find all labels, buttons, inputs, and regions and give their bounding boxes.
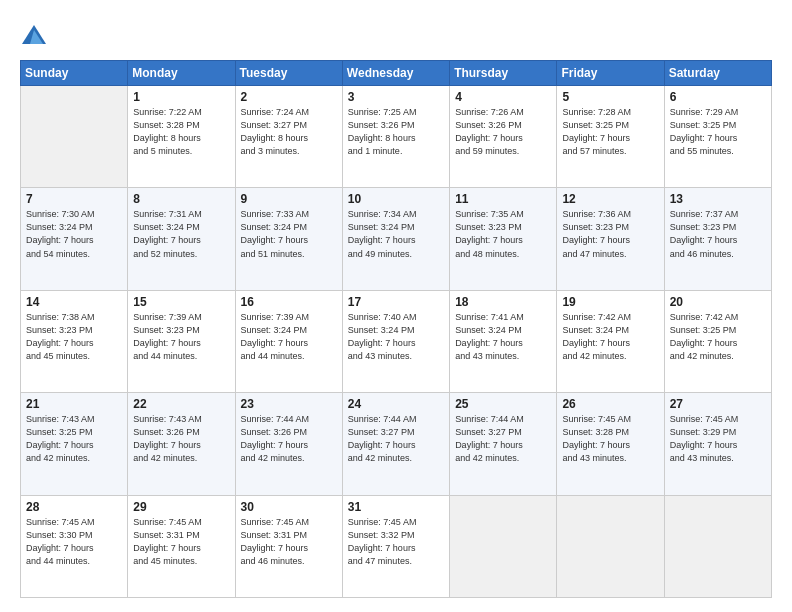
calendar-cell: [557, 495, 664, 597]
calendar-day-header: Wednesday: [342, 61, 449, 86]
day-info: Sunrise: 7:40 AM Sunset: 3:24 PM Dayligh…: [348, 311, 444, 363]
day-number: 11: [455, 192, 551, 206]
day-number: 14: [26, 295, 122, 309]
day-number: 16: [241, 295, 337, 309]
calendar-day-header: Thursday: [450, 61, 557, 86]
day-info: Sunrise: 7:41 AM Sunset: 3:24 PM Dayligh…: [455, 311, 551, 363]
day-number: 7: [26, 192, 122, 206]
day-number: 20: [670, 295, 766, 309]
calendar-cell: 20Sunrise: 7:42 AM Sunset: 3:25 PM Dayli…: [664, 290, 771, 392]
calendar-cell: 23Sunrise: 7:44 AM Sunset: 3:26 PM Dayli…: [235, 393, 342, 495]
day-info: Sunrise: 7:29 AM Sunset: 3:25 PM Dayligh…: [670, 106, 766, 158]
calendar-cell: 19Sunrise: 7:42 AM Sunset: 3:24 PM Dayli…: [557, 290, 664, 392]
calendar-day-header: Sunday: [21, 61, 128, 86]
calendar-cell: 16Sunrise: 7:39 AM Sunset: 3:24 PM Dayli…: [235, 290, 342, 392]
day-number: 26: [562, 397, 658, 411]
calendar-cell: [664, 495, 771, 597]
day-info: Sunrise: 7:45 AM Sunset: 3:30 PM Dayligh…: [26, 516, 122, 568]
calendar-cell: 26Sunrise: 7:45 AM Sunset: 3:28 PM Dayli…: [557, 393, 664, 495]
calendar-cell: 30Sunrise: 7:45 AM Sunset: 3:31 PM Dayli…: [235, 495, 342, 597]
calendar-cell: 9Sunrise: 7:33 AM Sunset: 3:24 PM Daylig…: [235, 188, 342, 290]
day-number: 12: [562, 192, 658, 206]
day-number: 28: [26, 500, 122, 514]
calendar-cell: 4Sunrise: 7:26 AM Sunset: 3:26 PM Daylig…: [450, 86, 557, 188]
day-info: Sunrise: 7:28 AM Sunset: 3:25 PM Dayligh…: [562, 106, 658, 158]
calendar-cell: 27Sunrise: 7:45 AM Sunset: 3:29 PM Dayli…: [664, 393, 771, 495]
day-info: Sunrise: 7:45 AM Sunset: 3:32 PM Dayligh…: [348, 516, 444, 568]
calendar-week-row: 7Sunrise: 7:30 AM Sunset: 3:24 PM Daylig…: [21, 188, 772, 290]
calendar-cell: 28Sunrise: 7:45 AM Sunset: 3:30 PM Dayli…: [21, 495, 128, 597]
calendar-cell: 1Sunrise: 7:22 AM Sunset: 3:28 PM Daylig…: [128, 86, 235, 188]
day-info: Sunrise: 7:42 AM Sunset: 3:24 PM Dayligh…: [562, 311, 658, 363]
calendar-cell: 24Sunrise: 7:44 AM Sunset: 3:27 PM Dayli…: [342, 393, 449, 495]
calendar-week-row: 1Sunrise: 7:22 AM Sunset: 3:28 PM Daylig…: [21, 86, 772, 188]
day-number: 15: [133, 295, 229, 309]
calendar-week-row: 21Sunrise: 7:43 AM Sunset: 3:25 PM Dayli…: [21, 393, 772, 495]
day-number: 17: [348, 295, 444, 309]
calendar-cell: 13Sunrise: 7:37 AM Sunset: 3:23 PM Dayli…: [664, 188, 771, 290]
day-number: 8: [133, 192, 229, 206]
day-info: Sunrise: 7:22 AM Sunset: 3:28 PM Dayligh…: [133, 106, 229, 158]
calendar-cell: 21Sunrise: 7:43 AM Sunset: 3:25 PM Dayli…: [21, 393, 128, 495]
day-info: Sunrise: 7:39 AM Sunset: 3:23 PM Dayligh…: [133, 311, 229, 363]
calendar-cell: 11Sunrise: 7:35 AM Sunset: 3:23 PM Dayli…: [450, 188, 557, 290]
day-info: Sunrise: 7:30 AM Sunset: 3:24 PM Dayligh…: [26, 208, 122, 260]
day-number: 9: [241, 192, 337, 206]
calendar-cell: 31Sunrise: 7:45 AM Sunset: 3:32 PM Dayli…: [342, 495, 449, 597]
day-info: Sunrise: 7:45 AM Sunset: 3:28 PM Dayligh…: [562, 413, 658, 465]
calendar-day-header: Tuesday: [235, 61, 342, 86]
day-number: 1: [133, 90, 229, 104]
calendar-week-row: 14Sunrise: 7:38 AM Sunset: 3:23 PM Dayli…: [21, 290, 772, 392]
calendar-cell: 10Sunrise: 7:34 AM Sunset: 3:24 PM Dayli…: [342, 188, 449, 290]
calendar-cell: 3Sunrise: 7:25 AM Sunset: 3:26 PM Daylig…: [342, 86, 449, 188]
day-info: Sunrise: 7:43 AM Sunset: 3:25 PM Dayligh…: [26, 413, 122, 465]
calendar-cell: 17Sunrise: 7:40 AM Sunset: 3:24 PM Dayli…: [342, 290, 449, 392]
calendar-cell: [21, 86, 128, 188]
calendar-cell: 14Sunrise: 7:38 AM Sunset: 3:23 PM Dayli…: [21, 290, 128, 392]
day-info: Sunrise: 7:38 AM Sunset: 3:23 PM Dayligh…: [26, 311, 122, 363]
day-info: Sunrise: 7:25 AM Sunset: 3:26 PM Dayligh…: [348, 106, 444, 158]
day-info: Sunrise: 7:26 AM Sunset: 3:26 PM Dayligh…: [455, 106, 551, 158]
day-info: Sunrise: 7:43 AM Sunset: 3:26 PM Dayligh…: [133, 413, 229, 465]
logo: [20, 22, 52, 50]
calendar-cell: 7Sunrise: 7:30 AM Sunset: 3:24 PM Daylig…: [21, 188, 128, 290]
calendar-week-row: 28Sunrise: 7:45 AM Sunset: 3:30 PM Dayli…: [21, 495, 772, 597]
day-number: 18: [455, 295, 551, 309]
day-number: 10: [348, 192, 444, 206]
day-info: Sunrise: 7:33 AM Sunset: 3:24 PM Dayligh…: [241, 208, 337, 260]
day-info: Sunrise: 7:45 AM Sunset: 3:31 PM Dayligh…: [133, 516, 229, 568]
calendar-cell: 22Sunrise: 7:43 AM Sunset: 3:26 PM Dayli…: [128, 393, 235, 495]
calendar-cell: 8Sunrise: 7:31 AM Sunset: 3:24 PM Daylig…: [128, 188, 235, 290]
day-number: 27: [670, 397, 766, 411]
day-info: Sunrise: 7:44 AM Sunset: 3:27 PM Dayligh…: [348, 413, 444, 465]
day-number: 29: [133, 500, 229, 514]
calendar-cell: [450, 495, 557, 597]
calendar-cell: 6Sunrise: 7:29 AM Sunset: 3:25 PM Daylig…: [664, 86, 771, 188]
day-info: Sunrise: 7:35 AM Sunset: 3:23 PM Dayligh…: [455, 208, 551, 260]
day-info: Sunrise: 7:45 AM Sunset: 3:29 PM Dayligh…: [670, 413, 766, 465]
day-number: 4: [455, 90, 551, 104]
calendar-day-header: Monday: [128, 61, 235, 86]
day-info: Sunrise: 7:44 AM Sunset: 3:27 PM Dayligh…: [455, 413, 551, 465]
calendar-cell: 5Sunrise: 7:28 AM Sunset: 3:25 PM Daylig…: [557, 86, 664, 188]
calendar-day-header: Friday: [557, 61, 664, 86]
day-number: 24: [348, 397, 444, 411]
day-number: 23: [241, 397, 337, 411]
day-number: 2: [241, 90, 337, 104]
day-number: 21: [26, 397, 122, 411]
calendar-cell: 29Sunrise: 7:45 AM Sunset: 3:31 PM Dayli…: [128, 495, 235, 597]
day-info: Sunrise: 7:34 AM Sunset: 3:24 PM Dayligh…: [348, 208, 444, 260]
calendar-cell: 12Sunrise: 7:36 AM Sunset: 3:23 PM Dayli…: [557, 188, 664, 290]
page: SundayMondayTuesdayWednesdayThursdayFrid…: [0, 0, 792, 612]
calendar-cell: 18Sunrise: 7:41 AM Sunset: 3:24 PM Dayli…: [450, 290, 557, 392]
day-number: 6: [670, 90, 766, 104]
calendar-table: SundayMondayTuesdayWednesdayThursdayFrid…: [20, 60, 772, 598]
day-number: 3: [348, 90, 444, 104]
day-info: Sunrise: 7:42 AM Sunset: 3:25 PM Dayligh…: [670, 311, 766, 363]
day-number: 22: [133, 397, 229, 411]
day-info: Sunrise: 7:45 AM Sunset: 3:31 PM Dayligh…: [241, 516, 337, 568]
calendar-cell: 25Sunrise: 7:44 AM Sunset: 3:27 PM Dayli…: [450, 393, 557, 495]
day-number: 31: [348, 500, 444, 514]
day-info: Sunrise: 7:31 AM Sunset: 3:24 PM Dayligh…: [133, 208, 229, 260]
day-info: Sunrise: 7:44 AM Sunset: 3:26 PM Dayligh…: [241, 413, 337, 465]
